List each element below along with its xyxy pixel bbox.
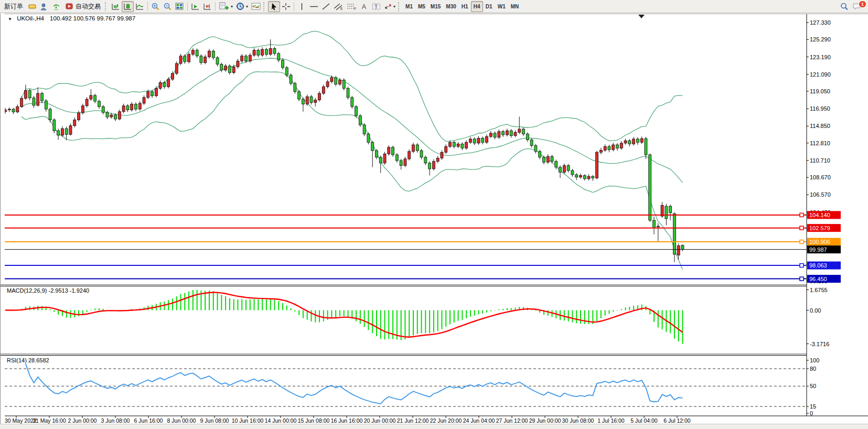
- price-axis-tick: 127.330: [810, 19, 831, 26]
- time-axis-label: 31 May 16:00: [33, 417, 66, 424]
- tile-windows-icon[interactable]: [174, 1, 186, 12]
- time-axis-label: 14 Jun 00:00: [265, 417, 297, 424]
- timeframe-m15[interactable]: M15: [428, 1, 443, 12]
- time-axis-label: 3 Jun 08:00: [101, 417, 130, 424]
- new-chart-icon[interactable]: ▾: [217, 1, 234, 12]
- dropdown-caret-icon: ▾: [231, 4, 233, 9]
- equidistant-channel-icon[interactable]: E: [332, 1, 345, 12]
- price-axis-tick: 119.050: [810, 88, 830, 94]
- autotrading-button[interactable]: 自动交易: [62, 1, 104, 12]
- price-axis-tick: 108.670: [810, 174, 831, 180]
- zoom-in-icon[interactable]: [149, 1, 162, 12]
- new-order-button[interactable]: 新订单: [1, 1, 26, 12]
- timeframe-mn[interactable]: MN: [508, 1, 522, 12]
- price-axis-tick: 114.850: [810, 123, 830, 129]
- price-line-label: 102.579: [809, 225, 830, 231]
- trendline-icon[interactable]: [320, 1, 332, 12]
- expert-advisors-icon[interactable]: [38, 1, 50, 12]
- crosshair-icon[interactable]: [280, 1, 292, 12]
- price-line-handle: [800, 213, 803, 217]
- price-line-label: 96.450: [809, 276, 827, 282]
- charts-icon[interactable]: [26, 1, 38, 12]
- svg-text:T: T: [374, 4, 378, 9]
- candlestick-chart-icon[interactable]: [122, 1, 134, 12]
- time-axis-label: 5 Jul 04:00: [630, 417, 658, 424]
- macd-axis-tick: 0.00: [810, 307, 821, 314]
- price-axis-tick: 116.950: [810, 105, 830, 112]
- dropdown-caret-icon: ▾: [393, 4, 395, 9]
- time-axis-label: 2 Jun 00:00: [68, 417, 97, 424]
- arrows-icon[interactable]: ▾: [382, 1, 397, 12]
- rsi-axis-tick: 80: [810, 366, 816, 372]
- search-icon[interactable]: [838, 1, 851, 12]
- timeframe-h4[interactable]: H4: [471, 1, 483, 12]
- toolbar-grip: [105, 2, 108, 11]
- rsi-axis-tick: 15: [810, 403, 816, 410]
- svg-text:E: E: [340, 7, 343, 10]
- profiles-icon[interactable]: ▾: [234, 1, 250, 12]
- mt4-window: 新订单 自动交易 ▾ ▾ E F A T ▾: [0, 0, 868, 429]
- price-axis-tick: 106.570: [810, 191, 831, 198]
- toolbar-separator: [215, 2, 216, 11]
- time-axis-label: 10 Jun 16:00: [232, 417, 264, 424]
- price-line-label: 99.987: [809, 246, 827, 253]
- signals-icon[interactable]: [50, 1, 62, 12]
- time-axis[interactable]: 30 May 202231 May 16:002 Jun 00:003 Jun …: [5, 416, 868, 424]
- timeframe-d1[interactable]: D1: [483, 1, 495, 12]
- time-axis-label: 30 Jun 08:00: [562, 417, 594, 424]
- time-axis-label: 20 Jun 00:00: [364, 417, 396, 424]
- cursor-icon[interactable]: [268, 1, 280, 12]
- status-bar: [0, 424, 868, 429]
- rsi-axis-tick: 100: [810, 357, 819, 363]
- pane-frame: [1, 14, 868, 356]
- price-axis[interactable]: 127.330125.290123.190121.090119.050116.9…: [807, 14, 841, 416]
- time-axis-label: 24 Jun 04:00: [463, 417, 495, 424]
- rsi-axis-tick: 0: [810, 410, 813, 416]
- time-axis-label: 22 Jun 20:00: [430, 417, 462, 424]
- one-click-collapse-icon: ▼: [8, 17, 12, 22]
- candlesticks: [4, 39, 684, 262]
- timeframe-w1[interactable]: W1: [495, 1, 508, 12]
- price-axis-tick: 123.190: [810, 54, 831, 60]
- price-line-label: 100.906: [809, 239, 830, 245]
- price-line-label: 98.063: [809, 262, 827, 269]
- fibonacci-icon[interactable]: F: [345, 1, 358, 12]
- notification-badge: 1: [859, 1, 866, 8]
- time-axis-label: 9 Jun 08:00: [200, 417, 229, 424]
- chart-shift-icon[interactable]: [201, 1, 213, 12]
- horizontal-price-lines[interactable]: [5, 213, 807, 281]
- time-axis-label: 30 May 2022: [5, 417, 37, 424]
- auto-scroll-icon[interactable]: [189, 1, 201, 12]
- zoom-out-icon[interactable]: [162, 1, 174, 12]
- text-icon[interactable]: A: [358, 1, 370, 12]
- time-axis-label: 21 Jun 12:00: [397, 417, 429, 424]
- timeframe-m5[interactable]: M5: [415, 1, 428, 12]
- timeframe-m1[interactable]: M1: [403, 1, 415, 12]
- timeframe-h1[interactable]: H1: [459, 1, 471, 12]
- toolbar-separator: [294, 2, 294, 11]
- time-axis-label: 15 Jun 08:00: [298, 417, 330, 424]
- line-chart-icon[interactable]: [134, 1, 146, 12]
- ohlc-values: 100.492 100.576 99.767 99.987: [50, 15, 135, 22]
- toolbar: 新订单 自动交易 ▾ ▾ E F A T ▾: [0, 0, 868, 13]
- price-axis-tick: 121.090: [810, 71, 831, 78]
- horizontal-line-icon[interactable]: [308, 1, 320, 12]
- time-axis-label: 16 Jun 16:00: [331, 417, 363, 424]
- indicators-icon[interactable]: [250, 1, 262, 12]
- timeframe-m30[interactable]: M30: [443, 1, 458, 12]
- bollinger-bands: [22, 31, 682, 270]
- vertical-line-icon[interactable]: [296, 1, 308, 12]
- dropdown-caret-icon: ▾: [246, 4, 248, 9]
- time-axis-label: 27 Jun 12:00: [496, 417, 528, 424]
- chart-area[interactable]: 127.330125.290123.190121.090119.050116.9…: [0, 14, 868, 424]
- rsi-pane: [5, 364, 807, 406]
- macd-axis-tick: -3.1716: [810, 341, 829, 347]
- time-axis-label: 8 Jun 00:00: [167, 417, 196, 424]
- price-line-handle: [800, 226, 803, 230]
- text-label-icon[interactable]: T: [370, 1, 382, 12]
- symbol-label: UKOil-,H4: [17, 15, 44, 22]
- bar-chart-icon[interactable]: [110, 1, 122, 12]
- macd-axis-tick: 1.6755: [810, 287, 828, 293]
- chart-shift-marker-icon[interactable]: [638, 15, 645, 18]
- chat-icon[interactable]: 1: [851, 1, 864, 12]
